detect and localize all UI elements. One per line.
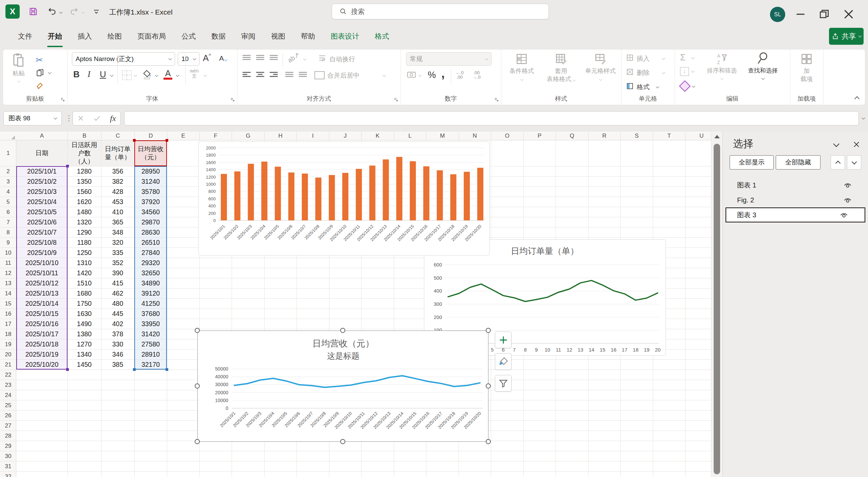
- tab-格式[interactable]: 格式: [367, 23, 397, 49]
- row-header-8[interactable]: 8: [0, 227, 16, 237]
- chart-styles-button[interactable]: [495, 353, 512, 370]
- cell[interactable]: 428: [101, 186, 134, 197]
- font-color-dropdown-icon[interactable]: [176, 74, 179, 77]
- select-all-corner[interactable]: [0, 132, 16, 140]
- column-header-M[interactable]: M: [426, 132, 459, 140]
- column-header-J[interactable]: J: [329, 132, 362, 140]
- cell[interactable]: 1270: [67, 339, 101, 349]
- cell[interactable]: 410: [101, 207, 134, 217]
- cell[interactable]: 1350: [67, 176, 101, 186]
- tab-绘图[interactable]: 绘图: [100, 23, 130, 49]
- visibility-eye-icon[interactable]: [843, 196, 852, 204]
- cell[interactable]: 1290: [67, 227, 101, 237]
- number-dialog-launcher-icon[interactable]: [494, 97, 499, 102]
- cell[interactable]: 1310: [67, 258, 101, 268]
- column-header-T[interactable]: T: [653, 132, 686, 140]
- row-header-15[interactable]: 15: [0, 298, 16, 309]
- cell[interactable]: 346: [101, 349, 134, 359]
- customize-quick-access-icon[interactable]: [92, 7, 100, 16]
- row-header-14[interactable]: 14: [0, 288, 16, 298]
- cell[interactable]: 365: [101, 217, 134, 227]
- decrease-font-button[interactable]: A: [219, 54, 227, 62]
- column-header-U[interactable]: U: [685, 132, 711, 140]
- column-header-P[interactable]: P: [523, 132, 556, 140]
- row-header-4[interactable]: 4: [0, 186, 16, 197]
- column-header-A[interactable]: A: [16, 132, 67, 140]
- tab-视图[interactable]: 视图: [263, 23, 293, 49]
- name-box[interactable]: 图表 98: [3, 111, 62, 125]
- cell[interactable]: 1420: [67, 268, 101, 278]
- row-header-9[interactable]: 9: [0, 237, 16, 247]
- font-color-button[interactable]: A: [163, 68, 172, 80]
- save-icon[interactable]: [28, 7, 38, 16]
- font-dialog-launcher-icon[interactable]: [230, 97, 235, 102]
- cell[interactable]: 335: [101, 247, 134, 258]
- cell[interactable]: 1490: [67, 319, 101, 329]
- row-header-19[interactable]: 19: [0, 339, 16, 349]
- row-header-20[interactable]: 20: [0, 349, 16, 359]
- cell[interactable]: 1180: [67, 237, 101, 247]
- row-header-23[interactable]: 23: [0, 380, 16, 390]
- visibility-eye-icon[interactable]: [840, 211, 848, 219]
- minimize-button[interactable]: [794, 7, 807, 21]
- column-header-F[interactable]: F: [199, 132, 232, 140]
- row-header-30[interactable]: 30: [0, 451, 16, 461]
- row-header-28[interactable]: 28: [0, 431, 16, 441]
- row-header-7[interactable]: 7: [0, 217, 16, 227]
- row-header-18[interactable]: 18: [0, 329, 16, 339]
- restore-button[interactable]: [817, 7, 831, 21]
- column-header-D[interactable]: D: [134, 132, 167, 140]
- redo-button[interactable]: [69, 7, 79, 16]
- undo-dropdown-icon[interactable]: [59, 11, 63, 14]
- column-header-B[interactable]: B: [67, 132, 101, 140]
- tab-数据[interactable]: 数据: [204, 23, 233, 49]
- underline-dropdown-icon[interactable]: [110, 74, 114, 77]
- column-header-N[interactable]: N: [459, 132, 491, 140]
- row-header-31[interactable]: 31: [0, 461, 16, 471]
- chart-selection-handle[interactable]: [340, 439, 345, 444]
- show-all-button[interactable]: 全部显示: [730, 155, 774, 170]
- row-header-10[interactable]: 10: [0, 247, 16, 258]
- chart-selection-handle[interactable]: [486, 328, 491, 333]
- alignment-dialog-launcher-icon[interactable]: [394, 97, 399, 102]
- tab-审阅[interactable]: 审阅: [233, 23, 263, 49]
- cell[interactable]: 1450: [67, 359, 101, 370]
- cell[interactable]: 462: [101, 288, 134, 298]
- italic-button[interactable]: I: [88, 69, 91, 79]
- row-header-26[interactable]: 26: [0, 410, 16, 420]
- expand-formula-bar-icon[interactable]: [862, 116, 865, 120]
- cell[interactable]: 1320: [67, 217, 101, 227]
- clear-button[interactable]: [679, 80, 691, 92]
- avatar[interactable]: SL: [770, 7, 785, 22]
- cell[interactable]: 480: [101, 298, 134, 309]
- cell[interactable]: 1680: [67, 288, 101, 298]
- tab-公式[interactable]: 公式: [174, 23, 204, 49]
- cell[interactable]: 320: [101, 237, 134, 247]
- chart-add-element-button[interactable]: [495, 332, 512, 348]
- cell[interactable]: 1250: [67, 247, 101, 258]
- row-header-27[interactable]: 27: [0, 420, 16, 431]
- cell[interactable]: 1630: [67, 309, 101, 319]
- tab-文件[interactable]: 文件: [10, 23, 40, 49]
- cell[interactable]: 378: [101, 329, 134, 339]
- undo-button[interactable]: [47, 7, 57, 16]
- column-header-S[interactable]: S: [620, 132, 653, 140]
- comma-style-button[interactable]: ,: [441, 66, 445, 81]
- selection-pane-item-图表 1[interactable]: 图表 1: [723, 178, 868, 193]
- column-header-G[interactable]: G: [232, 132, 264, 140]
- row-header-11[interactable]: 11: [0, 258, 16, 268]
- tab-页面布局[interactable]: 页面布局: [130, 23, 174, 49]
- format-painter-button[interactable]: [36, 81, 44, 90]
- cell[interactable]: 1280: [67, 166, 101, 176]
- row-header-6[interactable]: 6: [0, 207, 16, 217]
- cell[interactable]: 445: [101, 309, 134, 319]
- row-header-22[interactable]: 22: [0, 370, 16, 380]
- tab-插入[interactable]: 插入: [70, 23, 100, 49]
- row-header-24[interactable]: 24: [0, 390, 16, 400]
- row-header-16[interactable]: 16: [0, 309, 16, 319]
- format-cells-icon[interactable]: [626, 82, 634, 90]
- cell[interactable]: 1480: [67, 207, 101, 217]
- chart-selection-handle[interactable]: [486, 439, 491, 444]
- format-dropdown-icon[interactable]: [656, 85, 659, 88]
- tab-图表设计[interactable]: 图表设计: [323, 23, 367, 49]
